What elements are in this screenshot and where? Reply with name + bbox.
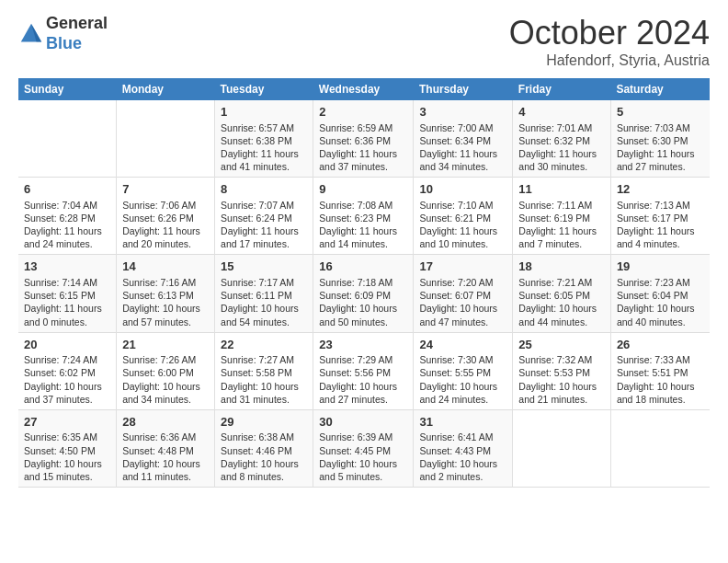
sunrise: Sunrise: 7:01 AM <box>518 122 592 133</box>
daylight: Daylight: 11 hours and 0 minutes. <box>24 303 102 327</box>
day-number: 27 <box>24 414 110 431</box>
daylight: Daylight: 10 hours and 44 minutes. <box>518 303 597 327</box>
day-number: 4 <box>518 104 605 121</box>
daylight: Daylight: 10 hours and 40 minutes. <box>617 303 695 327</box>
header: General Blue October 2024 Hafendorf, Sty… <box>18 14 710 69</box>
logo-line1: General <box>46 14 108 32</box>
daylight: Daylight: 10 hours and 24 minutes. <box>419 381 497 405</box>
sunset: Sunset: 6:00 PM <box>122 367 194 378</box>
day-number: 2 <box>319 104 407 121</box>
logo-text: General Blue <box>46 14 108 53</box>
day-cell <box>513 409 611 487</box>
day-number: 19 <box>617 259 704 275</box>
sunset: Sunset: 6:09 PM <box>319 290 391 301</box>
sunset: Sunset: 6:05 PM <box>518 290 590 301</box>
sunrise: Sunrise: 7:16 AM <box>122 277 196 288</box>
week-row-5: 27Sunrise: 6:35 AMSunset: 4:50 PMDayligh… <box>18 409 710 487</box>
daylight: Daylight: 11 hours and 34 minutes. <box>419 148 497 172</box>
week-row-4: 20Sunrise: 7:24 AMSunset: 6:02 PMDayligh… <box>18 332 710 409</box>
header-cell-friday: Friday <box>513 78 611 100</box>
header-cell-thursday: Thursday <box>414 78 513 100</box>
sunrise: Sunrise: 7:06 AM <box>122 200 196 211</box>
day-cell: 17Sunrise: 7:20 AMSunset: 6:07 PMDayligh… <box>414 255 513 332</box>
day-cell: 9Sunrise: 7:08 AMSunset: 6:23 PMDaylight… <box>313 178 414 255</box>
day-cell: 10Sunrise: 7:10 AMSunset: 6:21 PMDayligh… <box>414 178 513 255</box>
day-cell: 1Sunrise: 6:57 AMSunset: 6:38 PMDaylight… <box>215 100 313 178</box>
daylight: Daylight: 11 hours and 37 minutes. <box>319 148 397 172</box>
sunrise: Sunrise: 7:20 AM <box>419 277 493 288</box>
day-number: 8 <box>221 181 307 198</box>
day-cell: 3Sunrise: 7:00 AMSunset: 6:34 PMDaylight… <box>414 100 513 178</box>
sunset: Sunset: 6:30 PM <box>617 135 688 146</box>
sunset: Sunset: 5:58 PM <box>221 367 292 378</box>
header-cell-monday: Monday <box>117 78 215 100</box>
sunrise: Sunrise: 7:11 AM <box>518 200 592 211</box>
sunrise: Sunrise: 6:36 AM <box>122 431 196 442</box>
daylight: Daylight: 10 hours and 34 minutes. <box>122 381 200 405</box>
daylight: Daylight: 10 hours and 2 minutes. <box>419 458 497 482</box>
page: General Blue October 2024 Hafendorf, Sty… <box>0 0 728 563</box>
day-number: 7 <box>122 181 209 198</box>
day-number: 9 <box>319 181 407 198</box>
sunrise: Sunrise: 7:27 AM <box>221 354 294 365</box>
sunset: Sunset: 6:13 PM <box>122 290 194 301</box>
day-number: 23 <box>319 337 407 353</box>
sunset: Sunset: 4:48 PM <box>122 445 194 456</box>
sunrise: Sunrise: 6:39 AM <box>319 431 392 442</box>
header-row: SundayMondayTuesdayWednesdayThursdayFrid… <box>18 78 710 100</box>
day-number: 3 <box>419 104 506 121</box>
sunset: Sunset: 6:17 PM <box>617 213 688 224</box>
sunset: Sunset: 5:51 PM <box>617 367 688 378</box>
header-cell-tuesday: Tuesday <box>215 78 313 100</box>
day-cell: 18Sunrise: 7:21 AMSunset: 6:05 PMDayligh… <box>513 255 611 332</box>
day-cell: 12Sunrise: 7:13 AMSunset: 6:17 PMDayligh… <box>610 178 710 255</box>
sunrise: Sunrise: 7:07 AM <box>221 200 294 211</box>
sunset: Sunset: 6:11 PM <box>221 290 292 301</box>
daylight: Daylight: 11 hours and 27 minutes. <box>617 148 695 172</box>
sunset: Sunset: 5:53 PM <box>518 367 590 378</box>
day-cell: 8Sunrise: 7:07 AMSunset: 6:24 PMDaylight… <box>215 178 313 255</box>
sunset: Sunset: 6:02 PM <box>24 367 96 378</box>
daylight: Daylight: 10 hours and 21 minutes. <box>518 381 597 405</box>
sunrise: Sunrise: 6:35 AM <box>24 431 97 442</box>
day-cell: 22Sunrise: 7:27 AMSunset: 5:58 PMDayligh… <box>215 332 313 409</box>
day-number: 5 <box>617 104 704 121</box>
day-number: 22 <box>221 337 307 353</box>
sunset: Sunset: 4:45 PM <box>319 445 391 456</box>
day-cell: 2Sunrise: 6:59 AMSunset: 6:36 PMDaylight… <box>313 100 414 178</box>
day-cell: 24Sunrise: 7:30 AMSunset: 5:55 PMDayligh… <box>414 332 513 409</box>
day-cell: 30Sunrise: 6:39 AMSunset: 4:45 PMDayligh… <box>313 409 414 487</box>
daylight: Daylight: 11 hours and 20 minutes. <box>122 225 200 249</box>
day-number: 10 <box>419 181 506 198</box>
day-cell: 5Sunrise: 7:03 AMSunset: 6:30 PMDaylight… <box>610 100 710 178</box>
day-cell: 13Sunrise: 7:14 AMSunset: 6:15 PMDayligh… <box>18 255 117 332</box>
day-cell <box>610 409 710 487</box>
daylight: Daylight: 11 hours and 4 minutes. <box>617 225 695 249</box>
sunrise: Sunrise: 7:21 AM <box>518 277 592 288</box>
day-cell: 23Sunrise: 7:29 AMSunset: 5:56 PMDayligh… <box>313 332 414 409</box>
day-number: 21 <box>122 337 209 353</box>
logo-line2: Blue <box>46 34 82 52</box>
sunrise: Sunrise: 7:24 AM <box>24 354 97 365</box>
daylight: Daylight: 11 hours and 24 minutes. <box>24 225 102 249</box>
day-cell: 6Sunrise: 7:04 AMSunset: 6:28 PMDaylight… <box>18 178 117 255</box>
day-cell <box>18 100 117 178</box>
logo: General Blue <box>18 14 108 53</box>
location: Hafendorf, Styria, Austria <box>509 52 710 69</box>
sunset: Sunset: 6:26 PM <box>122 213 194 224</box>
day-cell: 16Sunrise: 7:18 AMSunset: 6:09 PMDayligh… <box>313 255 414 332</box>
day-number: 31 <box>419 414 506 431</box>
day-number: 15 <box>221 259 307 275</box>
sunset: Sunset: 6:15 PM <box>24 290 96 301</box>
day-number: 20 <box>24 337 110 353</box>
week-row-3: 13Sunrise: 7:14 AMSunset: 6:15 PMDayligh… <box>18 255 710 332</box>
sunset: Sunset: 5:55 PM <box>419 367 491 378</box>
month-title: October 2024 <box>509 14 710 52</box>
day-cell: 27Sunrise: 6:35 AMSunset: 4:50 PMDayligh… <box>18 409 117 487</box>
day-number: 6 <box>24 181 110 198</box>
daylight: Daylight: 10 hours and 57 minutes. <box>122 303 200 327</box>
calendar-table: SundayMondayTuesdayWednesdayThursdayFrid… <box>18 78 710 488</box>
daylight: Daylight: 10 hours and 11 minutes. <box>122 458 200 482</box>
title-block: October 2024 Hafendorf, Styria, Austria <box>509 14 710 69</box>
day-number: 25 <box>518 337 605 353</box>
